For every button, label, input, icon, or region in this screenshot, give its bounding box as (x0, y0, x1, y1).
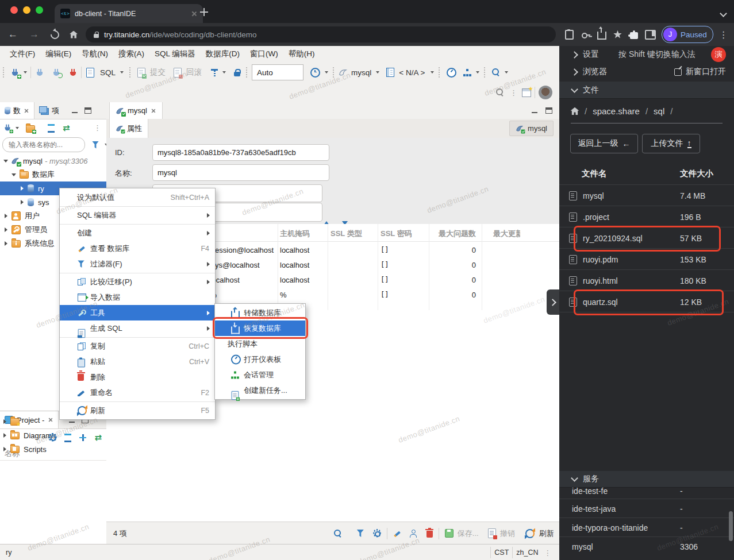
home-icon[interactable] (70, 31, 78, 38)
link-editor-icon[interactable]: ⇄ (63, 123, 70, 133)
file-row[interactable]: .project196 B (559, 206, 734, 227)
cell-host[interactable]: localhost (280, 261, 309, 269)
grid-settings-icon[interactable] (373, 530, 381, 538)
service-row[interactable]: ide-test-java- (559, 499, 734, 518)
col-max-updates[interactable]: 最大更新数 (493, 229, 520, 239)
tab-close-icon[interactable] (48, 418, 53, 422)
cell-host[interactable]: localhost (280, 276, 309, 284)
table-filter-input[interactable] (2, 137, 85, 152)
database-list-icon[interactable] (386, 68, 394, 77)
reload-icon[interactable] (49, 28, 61, 40)
service-row[interactable]: ide-test-fe- (559, 488, 734, 499)
submenu-item-session-manager[interactable]: 会话管理 (215, 367, 305, 383)
connection-selector[interactable]: mysql (351, 68, 371, 77)
clipboard-icon[interactable] (565, 30, 574, 40)
menu-navigate[interactable]: 导航(N) (76, 49, 113, 59)
revert-icon[interactable] (488, 528, 496, 538)
side-panel-icon[interactable] (645, 30, 656, 40)
toolbar-search-icon[interactable] (492, 68, 500, 76)
menu-item-import-data[interactable]: 导入数据 (60, 289, 215, 305)
cell-maxq[interactable]: 0 (429, 246, 476, 254)
open-new-window-button[interactable]: 新窗口打开 (674, 67, 726, 77)
menu-item-set-default[interactable]: 设为默认值Shift+Ctrl+A (60, 190, 215, 205)
tab-close-icon[interactable] (24, 109, 29, 113)
service-row[interactable]: ide-typora-on-titanide- (559, 517, 734, 537)
commit-label[interactable]: 提交 (150, 67, 166, 78)
rollback-icon[interactable] (174, 68, 182, 78)
ime-badge[interactable]: 演 (711, 47, 726, 62)
services-section-header[interactable]: 服务 (559, 471, 734, 488)
add-user-icon[interactable] (410, 530, 417, 538)
cell-maxq[interactable]: 0 (429, 276, 476, 284)
refresh-label[interactable]: 刷新 (539, 528, 554, 539)
window-collapse-chevron[interactable] (721, 9, 726, 18)
database-selector[interactable]: < N/A > (399, 68, 425, 77)
share-icon[interactable] (597, 32, 606, 40)
menu-item-filter[interactable]: 过滤器(F) (60, 256, 215, 272)
upload-file-button[interactable]: 上传文件↑ (642, 134, 700, 153)
tab-project[interactable]: Project - (0, 411, 59, 428)
browser-row[interactable]: 浏览器 新窗口打开 (559, 63, 734, 80)
reconnect-icon[interactable] (52, 68, 61, 77)
tab-database-navigator[interactable]: 数 (0, 102, 34, 119)
file-row[interactable]: quartz.sql12 KB (559, 291, 734, 312)
sidebar-collapse-handle[interactable] (547, 289, 559, 315)
new-connection-icon[interactable] (11, 68, 20, 77)
file-row[interactable]: ruoyi.pdm153 KB (559, 248, 734, 270)
expand-all-icon[interactable] (79, 434, 86, 441)
menu-database[interactable]: 数据库(D) (201, 49, 245, 59)
menu-item-generate-sql[interactable]: 生成 SQL (60, 320, 215, 336)
perspective-kebab-icon[interactable]: ⋮ (510, 88, 517, 97)
menu-item-delete[interactable]: 删除 (60, 369, 215, 385)
col-ssl-type[interactable]: SSL 类型 (331, 229, 362, 239)
menu-item-paste[interactable]: 粘贴Ctrl+V (60, 354, 215, 369)
sql-caret[interactable] (120, 71, 124, 74)
menu-item-rename[interactable]: 重命名F2 (60, 385, 215, 400)
breadcrumb-sql[interactable]: sql (654, 106, 664, 116)
tab-close-icon[interactable] (151, 109, 156, 113)
menu-item-sql-editor[interactable]: SQL 编辑器 (60, 207, 215, 223)
file-size-header[interactable]: 文件大小 (680, 168, 713, 179)
transaction-caret[interactable] (222, 71, 226, 74)
sql-dropdown-label[interactable]: SQL (100, 68, 116, 77)
cell-cipher[interactable]: [] (381, 246, 389, 254)
transaction-mode-icon[interactable] (211, 69, 218, 76)
menu-search[interactable]: 搜索(A) (113, 49, 149, 59)
menu-item-copy[interactable]: 复制Ctrl+C (60, 338, 215, 354)
new-tab-button[interactable] (200, 8, 208, 16)
status-locale[interactable]: zh_CN (516, 549, 538, 557)
password-key-icon[interactable] (582, 30, 590, 38)
window-close-button[interactable] (10, 6, 18, 14)
refresh-grid-icon[interactable] (525, 529, 535, 538)
service-row[interactable]: mysql3306 (559, 536, 734, 556)
tree-node-databases[interactable]: 数据库 (0, 168, 106, 181)
sql-script-icon[interactable] (86, 68, 94, 78)
quick-search-icon[interactable] (496, 88, 504, 96)
file-row[interactable]: ry_20210924.sql57 KB (559, 227, 734, 249)
save-label[interactable]: 保存... (458, 528, 479, 539)
file-row[interactable]: mysql7.4 MB (559, 184, 734, 206)
home-icon[interactable] (571, 107, 579, 115)
breadcrumb-space-share[interactable]: space.share (593, 106, 640, 116)
save-icon[interactable] (445, 529, 454, 538)
cell-cipher[interactable]: [] (381, 261, 389, 269)
cell-maxq[interactable]: 0 (429, 261, 476, 269)
menu-help[interactable]: 帮助(H) (283, 49, 320, 59)
maximize-panel-icon[interactable] (84, 107, 91, 114)
submenu-item-open-dashboard[interactable]: 打开仪表板 (215, 352, 305, 367)
back-up-level-button[interactable]: 返回上一级← (570, 134, 638, 153)
tree-node-mysql-connection[interactable]: mysql - mysql:3306 (0, 154, 106, 168)
menu-edit[interactable]: 编辑(E) (40, 49, 76, 59)
editor-tab-mysql[interactable]: mysql (109, 102, 163, 119)
nav-kebab-icon[interactable]: ⋮ (94, 123, 101, 132)
submenu-item-create-new-task[interactable]: 创建新任务... (215, 383, 305, 398)
back-icon[interactable]: ← (8, 29, 18, 40)
col-max-questions[interactable]: 最大问题数 (429, 229, 476, 239)
filter-funnel-icon[interactable] (92, 141, 99, 149)
extensions-icon[interactable] (630, 32, 638, 39)
name-field[interactable] (152, 164, 329, 181)
bookmark-star-icon[interactable] (613, 30, 622, 39)
cell-maxq[interactable]: 0 (429, 291, 476, 299)
file-row[interactable]: ruoyi.html180 KB (559, 269, 734, 291)
rollback-label[interactable]: 回滚 (186, 67, 202, 78)
